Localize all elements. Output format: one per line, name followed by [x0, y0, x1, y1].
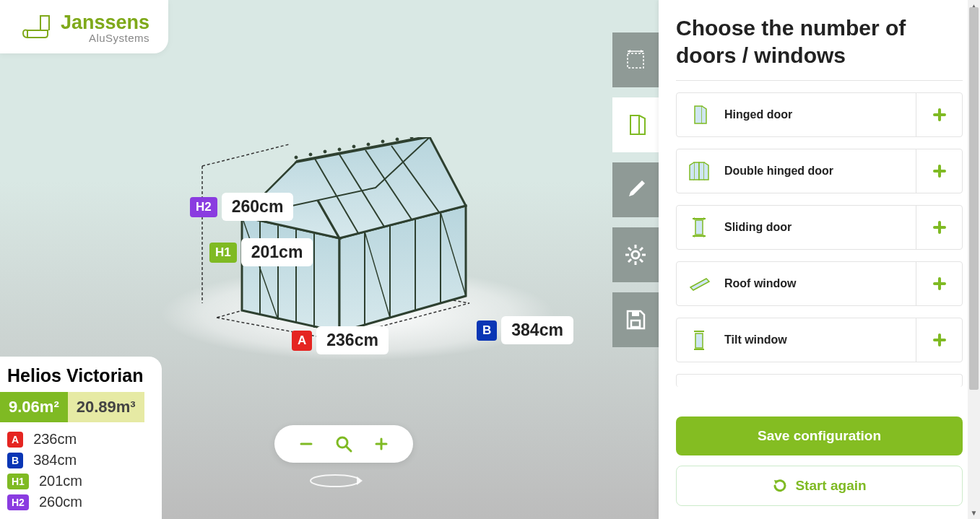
plus-icon — [932, 220, 947, 235]
option-sliding-door-main[interactable]: Sliding door — [677, 206, 916, 249]
door-icon — [623, 113, 648, 137]
svg-point-23 — [338, 148, 341, 151]
dim-h1-value: 201cm — [241, 238, 313, 266]
svg-line-49 — [628, 248, 631, 250]
svg-point-25 — [367, 143, 370, 146]
dim-a-value: 236cm — [316, 326, 389, 354]
option-label: Sliding door — [724, 221, 792, 234]
svg-marker-42 — [641, 50, 643, 53]
model-volume: 20.89m³ — [68, 392, 144, 422]
viewport-dim-b: B 384cm — [477, 316, 573, 344]
plus-icon — [932, 164, 947, 178]
svg-marker-38 — [357, 476, 363, 485]
page-scrollbar[interactable]: ▲ ▼ — [968, 0, 980, 519]
svg-point-28 — [410, 137, 413, 139]
plus-icon — [932, 108, 947, 122]
option-double-hinged-door-main[interactable]: Double hinged door — [677, 149, 916, 193]
brand-subtitle: AluSystems — [61, 32, 149, 43]
rail-settings-button[interactable] — [612, 227, 659, 282]
svg-rect-39 — [628, 53, 643, 68]
model-info-panel: Helios Victorian 9.06m² 20.89m³ A 236cm … — [0, 357, 162, 519]
svg-rect-55 — [695, 106, 702, 123]
zoom-controls — [274, 425, 413, 463]
svg-point-24 — [352, 145, 355, 148]
svg-point-22 — [324, 150, 326, 153]
svg-marker-65 — [703, 217, 706, 220]
zoom-out-button[interactable] — [296, 434, 316, 454]
brand-name: Janssens — [61, 13, 149, 32]
option-tilt-window-add[interactable] — [916, 318, 962, 362]
dim-a-badge: A — [292, 331, 312, 351]
rail-save-button[interactable] — [612, 292, 659, 347]
rail-dimensions-button[interactable] — [612, 32, 659, 87]
option-roof-window-main[interactable]: Roof window — [677, 262, 916, 305]
svg-marker-67 — [693, 235, 695, 237]
restart-icon — [772, 478, 788, 494]
dim-h2-badge: H2 — [190, 197, 217, 217]
scroll-thumb[interactable] — [969, 7, 979, 390]
option-label: Double hinged door — [724, 165, 833, 178]
zoom-in-button[interactable] — [371, 434, 391, 454]
dimensions-icon — [623, 48, 648, 72]
rail-finish-button[interactable] — [612, 162, 659, 217]
option-hinged-door: Hinged door — [676, 92, 963, 137]
save-disk-icon — [623, 308, 648, 332]
option-double-hinged-door-add[interactable] — [916, 149, 962, 193]
svg-point-20 — [295, 156, 298, 159]
svg-rect-54 — [632, 311, 639, 316]
svg-point-44 — [632, 251, 639, 258]
panel-divider — [676, 80, 963, 81]
option-label: Hinged door — [724, 108, 792, 121]
option-hinged-door-add[interactable] — [916, 93, 962, 136]
svg-line-50 — [640, 259, 643, 262]
viewport-dim-h1: H1 201cm — [209, 238, 313, 266]
model-area: 9.06m² — [0, 392, 68, 422]
config-panel-scroll[interactable]: Choose the number of doors / windows Hin… — [659, 0, 980, 416]
zoom-reset-button[interactable] — [334, 434, 354, 454]
option-sliding-door-add[interactable] — [916, 206, 962, 249]
svg-rect-74 — [695, 333, 703, 348]
brand-logo-card: Janssens AluSystems — [0, 0, 168, 53]
plus-icon — [932, 333, 947, 347]
svg-rect-59 — [699, 162, 704, 180]
svg-line-34 — [346, 446, 351, 451]
step-rail — [612, 32, 659, 347]
save-configuration-button[interactable]: Save configuration — [676, 416, 963, 455]
double-hinged-door-icon — [687, 159, 711, 183]
svg-point-27 — [396, 138, 399, 141]
option-label: Roof window — [724, 277, 797, 290]
svg-marker-71 — [690, 279, 709, 290]
svg-point-21 — [309, 153, 312, 156]
option-partial-next — [676, 374, 963, 387]
svg-marker-64 — [693, 217, 695, 220]
option-tilt-window-main[interactable]: Tilt window — [677, 318, 916, 362]
option-sliding-door: Sliding door — [676, 205, 963, 250]
option-double-hinged-door: Double hinged door — [676, 149, 963, 193]
svg-line-2 — [202, 144, 289, 166]
svg-line-52 — [628, 259, 631, 262]
scroll-down-arrow-icon[interactable]: ▼ — [968, 507, 980, 519]
rail-doors-button[interactable] — [612, 97, 659, 152]
rotate-hint-icon — [306, 471, 364, 493]
dim-b-value: 384cm — [501, 316, 573, 344]
viewport-dim-a: A 236cm — [292, 326, 389, 354]
tilt-window-icon — [687, 328, 711, 352]
dim-h2-value: 260cm — [222, 193, 294, 221]
option-hinged-door-main[interactable]: Hinged door — [677, 93, 916, 136]
sliding-door-icon — [687, 215, 711, 240]
svg-rect-58 — [694, 162, 699, 180]
viewport-dim-h2: H2 260cm — [190, 193, 293, 221]
paint-brush-icon — [623, 178, 648, 202]
svg-marker-68 — [703, 235, 706, 237]
option-roof-window-add[interactable] — [916, 262, 962, 305]
start-again-button[interactable]: Start again — [676, 466, 963, 506]
roof-window-icon — [687, 271, 711, 296]
plus-icon — [932, 276, 947, 291]
magnifier-icon — [334, 435, 353, 453]
svg-rect-53 — [631, 320, 640, 327]
dim-row-a: A 236cm — [7, 431, 144, 448]
gear-icon — [623, 243, 648, 267]
model-name: Helios Victorian — [7, 365, 144, 386]
option-tilt-window: Tilt window — [676, 318, 963, 362]
svg-rect-43 — [630, 115, 639, 134]
